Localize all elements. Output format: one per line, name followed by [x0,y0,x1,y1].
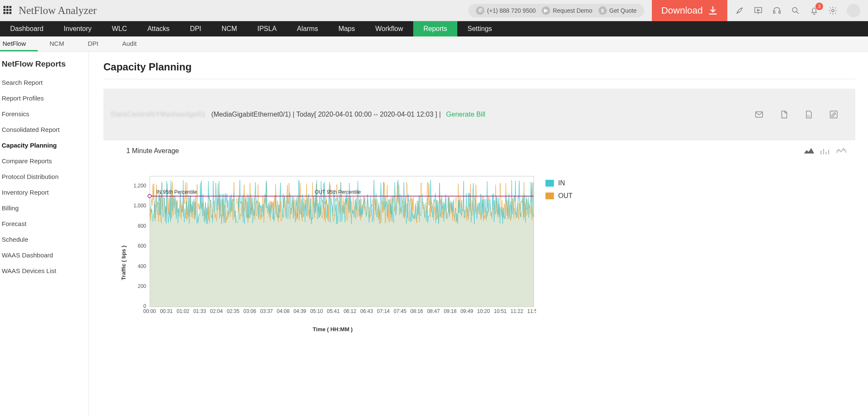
email-icon[interactable] [754,95,773,134]
title-divider [103,79,855,79]
main-nav: DashboardInventoryWLCAttacksDPINCMIPSLAA… [0,21,868,36]
avatar[interactable] [847,4,860,17]
x-axis-label: Time ( HH:MM ) [129,326,536,332]
chart-type-area-icon[interactable] [804,147,815,155]
svg-point-3 [793,7,797,12]
get-quote-link[interactable]: $ Get Quote [598,6,637,15]
nav-maps[interactable]: Maps [328,21,365,36]
csv-icon[interactable]: csv [804,95,823,134]
subnav-netflow[interactable]: NetFlow [0,36,38,51]
chart-legend: IN OUT [536,168,573,332]
quote-text: Get Quote [609,7,637,14]
apps-grid-icon[interactable] [3,6,13,15]
edit-icon[interactable] [829,95,848,134]
sub-nav: NetFlowNCMDPIAudit [0,36,868,52]
svg-text:csv: csv [807,114,811,117]
phone-icon: ✆ [476,6,484,15]
content-area: Capacity Planning DataCentreNYMediaedge0… [89,52,868,416]
report-info-text: (MediaGigabitEthernet0/1) | Today[ 2020-… [209,111,443,118]
chart-type-toggle [804,147,847,155]
sidebar-item-capacity-planning[interactable]: Capacity Planning [0,137,89,153]
svg-rect-7 [830,111,837,118]
subnav-ncm[interactable]: NCM [38,36,76,51]
request-demo-link[interactable]: ▶ Request Demo [542,6,592,15]
topbar-icon-group: 3 [727,4,868,17]
download-icon [708,6,718,16]
pdf-icon[interactable] [779,95,798,134]
sidebar-item-consolidated-report[interactable]: Consolidated Report [0,122,89,137]
chart-title: 1 Minute Average [126,147,179,155]
traffic-chart[interactable] [129,168,536,324]
sidebar-title: NetFlow Reports [0,59,89,75]
sidebar-item-search-report[interactable]: Search Report [0,75,89,90]
sidebar-item-protocol-distribution[interactable]: Protocol Distribution [0,169,89,184]
bell-icon[interactable]: 3 [810,6,819,15]
download-label: Download [661,5,703,16]
product-title: NetFlow Analyzer [19,5,97,17]
report-action-icons: csv [754,95,848,134]
demo-text: Request Demo [553,7,592,14]
nav-ipsla[interactable]: IPSLA [247,21,287,36]
y-axis-label: Traffic ( bps ) [120,220,127,280]
download-button[interactable]: Download [652,0,727,21]
contact-pill: ✆ (+1) 888 720 9500 ▶ Request Demo $ Get… [468,4,644,17]
sidebar-item-forensics[interactable]: Forensics [0,106,89,122]
chart-header: 1 Minute Average [103,143,855,159]
legend-out[interactable]: OUT [545,192,573,200]
rocket-icon[interactable] [735,6,744,15]
legend-in[interactable]: IN [545,179,573,187]
sidebar-item-schedule[interactable]: Schedule [0,232,89,247]
phone-text: (+1) 888 720 9500 [487,7,536,14]
sidebar-item-waas-dashboard[interactable]: WAAS Dashboard [0,247,89,263]
presentation-icon[interactable] [754,6,763,15]
device-name-masked: DataCentreNYMediaedge01 [111,111,206,118]
nav-attacks[interactable]: Attacks [137,21,180,36]
chart-type-line-icon[interactable] [836,147,847,155]
legend-out-label: OUT [558,192,573,200]
svg-rect-2 [779,11,781,13]
phone-link[interactable]: ✆ (+1) 888 720 9500 [476,6,536,15]
sidebar: NetFlow Reports Search ReportReport Prof… [0,52,89,416]
svg-point-4 [832,9,834,12]
nav-ncm[interactable]: NCM [211,21,247,36]
chart-type-bar-icon[interactable] [820,147,831,155]
sidebar-item-report-profiles[interactable]: Report Profiles [0,90,89,106]
chart-zone: Traffic ( bps ) Time ( HH:MM ) IN OUT [103,159,855,332]
quote-icon: $ [598,6,607,15]
nav-dpi[interactable]: DPI [180,21,211,36]
demo-icon: ▶ [542,6,550,15]
search-icon[interactable] [791,6,800,15]
generate-bill-link[interactable]: Generate Bill [446,111,486,118]
report-info-bar: DataCentreNYMediaedge01 (MediaGigabitEth… [103,89,855,140]
swatch-in [545,180,554,187]
svg-rect-1 [773,11,775,13]
page-title: Capacity Planning [103,61,855,73]
legend-in-label: IN [558,179,565,187]
subnav-audit[interactable]: Audit [110,36,148,51]
subnav-dpi[interactable]: DPI [76,36,110,51]
sidebar-item-inventory-report[interactable]: Inventory Report [0,184,89,200]
nav-reports[interactable]: Reports [413,21,457,36]
topbar: NetFlow Analyzer ✆ (+1) 888 720 9500 ▶ R… [0,0,868,21]
sidebar-item-billing[interactable]: Billing [0,200,89,216]
gear-icon[interactable] [828,6,837,15]
nav-alarms[interactable]: Alarms [287,21,328,36]
nav-workflow[interactable]: Workflow [365,21,414,36]
sidebar-item-waas-devices-list[interactable]: WAAS Devices List [0,263,89,279]
sidebar-item-forecast[interactable]: Forecast [0,216,89,232]
nav-inventory[interactable]: Inventory [53,21,102,36]
notification-badge: 3 [815,3,823,10]
plot-wrap: Time ( HH:MM ) [129,168,536,332]
nav-settings[interactable]: Settings [457,21,502,36]
nav-wlc[interactable]: WLC [102,21,137,36]
headset-icon[interactable] [772,6,782,15]
swatch-out [545,193,554,199]
sidebar-item-compare-reports[interactable]: Compare Reports [0,153,89,169]
nav-dashboard[interactable]: Dashboard [0,21,53,36]
